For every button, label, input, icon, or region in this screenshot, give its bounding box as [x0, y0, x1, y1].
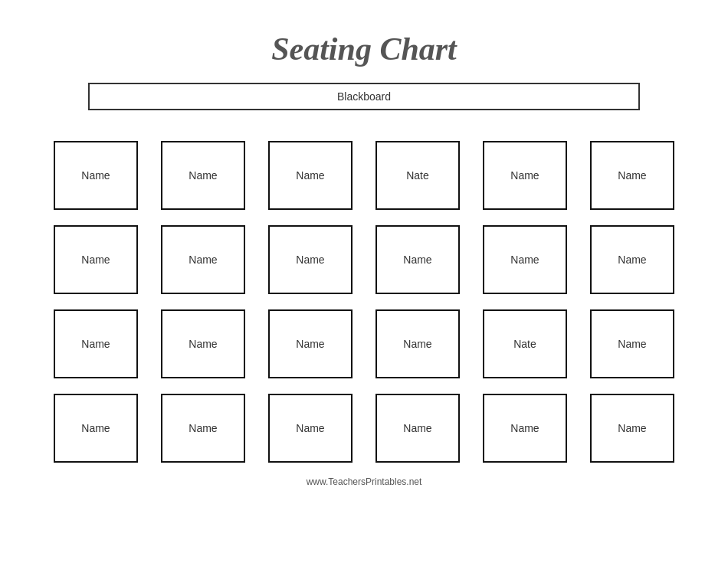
seat-16[interactable]: Name: [375, 309, 460, 378]
seat-5[interactable]: Name: [483, 141, 567, 210]
seat-1[interactable]: Name: [54, 141, 138, 210]
seat-23[interactable]: Name: [483, 394, 567, 463]
seat-21[interactable]: Name: [268, 394, 353, 463]
seat-3[interactable]: Name: [268, 141, 353, 210]
seat-19[interactable]: Name: [54, 394, 138, 463]
seat-11[interactable]: Name: [483, 225, 567, 294]
page-title: Seating Chart: [271, 31, 457, 67]
seating-grid: NameNameNameNateNameNameNameNameNameName…: [54, 141, 674, 463]
seat-9[interactable]: Name: [268, 225, 353, 294]
seat-17[interactable]: Nate: [483, 309, 567, 378]
seat-12[interactable]: Name: [590, 225, 674, 294]
seat-22[interactable]: Name: [375, 394, 460, 463]
seat-8[interactable]: Name: [161, 225, 245, 294]
seat-2[interactable]: Name: [161, 141, 245, 210]
seat-24[interactable]: Name: [590, 394, 674, 463]
blackboard-container: Blackboard: [88, 83, 640, 110]
seat-13[interactable]: Name: [54, 309, 138, 378]
seat-15[interactable]: Name: [268, 309, 353, 378]
blackboard-label: Blackboard: [88, 83, 640, 110]
seat-18[interactable]: Name: [590, 309, 674, 378]
seat-20[interactable]: Name: [161, 394, 245, 463]
seat-4[interactable]: Nate: [375, 141, 460, 210]
footer-text: www.TeachersPrintables.net: [307, 476, 422, 487]
seat-10[interactable]: Name: [375, 225, 460, 294]
seat-7[interactable]: Name: [54, 225, 138, 294]
seat-14[interactable]: Name: [161, 309, 245, 378]
seat-6[interactable]: Name: [590, 141, 674, 210]
